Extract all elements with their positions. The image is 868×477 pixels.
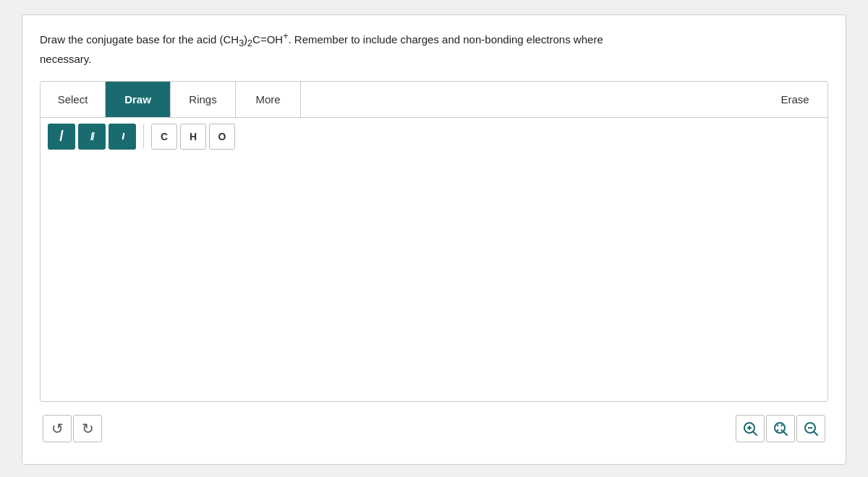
hydrogen-atom-button[interactable]: H [180, 124, 206, 150]
zoom-out-button[interactable] [796, 415, 825, 442]
zoom-in-button[interactable] [736, 415, 765, 442]
svg-line-3 [754, 431, 757, 435]
zoom-in-icon [742, 421, 758, 437]
triple-bond-button[interactable]: /// [109, 124, 136, 150]
toolbar-top: Select Draw Rings More Erase [41, 82, 827, 118]
rings-label: Rings [189, 93, 216, 106]
zoom-fit-button[interactable] [766, 415, 795, 442]
single-bond-button[interactable]: / [48, 124, 75, 150]
redo-button[interactable]: ↻ [73, 415, 102, 442]
single-bond-icon: / [59, 128, 64, 145]
main-container: Draw the conjugate base for the acid (CH… [22, 14, 846, 465]
toolbar-separator [143, 124, 144, 149]
toolbar-select[interactable]: Select [41, 82, 106, 117]
toolbar-more[interactable]: More [236, 82, 301, 117]
carbon-label: C [161, 131, 168, 142]
triple-bond-icon: /// [122, 132, 122, 142]
undo-redo-group: ↺ ↻ [43, 415, 102, 442]
carbon-atom-button[interactable]: C [151, 124, 177, 150]
zoom-fit-icon [773, 421, 788, 437]
toolbar-rings[interactable]: Rings [171, 82, 236, 117]
bottom-controls: ↺ ↻ [40, 408, 828, 450]
undo-button[interactable]: ↺ [43, 415, 72, 442]
toolbar-draw[interactable]: Draw [106, 82, 171, 117]
redo-icon: ↻ [82, 420, 94, 437]
oxygen-atom-button[interactable]: O [209, 124, 235, 150]
toolbar-bottom: / // /// C H O [41, 118, 827, 155]
oxygen-label: O [218, 131, 226, 142]
toolbar-erase[interactable]: Erase [762, 82, 827, 117]
svg-line-5 [784, 431, 788, 435]
draw-label: Draw [124, 93, 151, 106]
toolbar-area: Select Draw Rings More Erase / // [40, 81, 828, 402]
svg-line-8 [814, 431, 818, 435]
zoom-out-icon [803, 421, 819, 437]
erase-label: Erase [780, 93, 809, 106]
undo-icon: ↺ [51, 420, 64, 437]
select-label: Select [58, 93, 88, 106]
hydrogen-label: H [190, 131, 197, 142]
double-bond-button[interactable]: // [78, 124, 106, 150]
zoom-controls-group [736, 415, 825, 442]
question-text: Draw the conjugate base for the acid (CH… [40, 30, 828, 68]
more-label: More [255, 93, 280, 106]
double-bond-icon: // [90, 131, 93, 142]
drawing-canvas[interactable] [41, 155, 827, 401]
